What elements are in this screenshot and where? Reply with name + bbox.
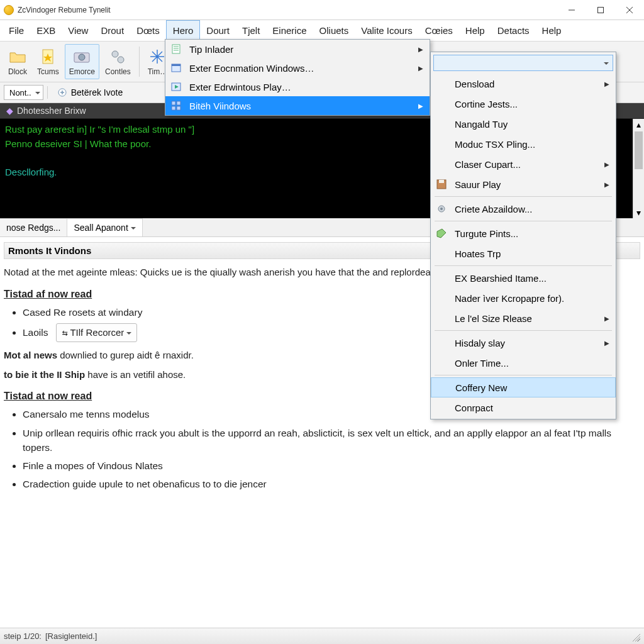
tool-label: Contles — [105, 67, 131, 76]
console-scrollbar[interactable]: ▴ ▾ — [633, 119, 644, 218]
toggle-icon: ⇆ — [62, 326, 67, 340]
submenu-arrow-icon: ▶ — [604, 340, 609, 347]
menu-file[interactable]: File — [3, 20, 30, 41]
svg-rect-16 — [177, 106, 180, 110]
menu-dœts[interactable]: Dœts — [130, 20, 166, 41]
submenu-label: Hoates Trp — [455, 248, 501, 259]
recorder-button[interactable]: ⇆ TIlf Recorcer — [56, 323, 137, 343]
blank-icon — [435, 271, 448, 285]
tool-label: Tcums — [37, 67, 59, 76]
submenu-item[interactable]: EX Bearshied Itame... — [431, 268, 616, 288]
submenu-item[interactable]: Nangald Tuy — [431, 114, 616, 134]
submenu-item[interactable]: Densload▶ — [431, 74, 616, 94]
svg-rect-14 — [177, 101, 180, 105]
submenu-item[interactable]: Claser Cupart...▶ — [431, 154, 616, 174]
dropdown-label: Exter Edrwintous Play… — [189, 82, 291, 92]
menu-help[interactable]: Help — [536, 20, 568, 41]
close-button[interactable] — [615, 0, 644, 20]
bullet-list-2: Canersalo me tenns modelusUnip orllean r… — [23, 407, 640, 491]
menu-hero[interactable]: Hero — [166, 20, 201, 41]
note-button[interactable]: Betërek Ivote — [52, 86, 129, 99]
submenu-item[interactable]: Cortine Jests... — [431, 94, 616, 114]
list-item: Cradection guide upule to net obenaficus… — [23, 477, 640, 491]
submenu-item[interactable]: Criete Abzaildow... — [431, 199, 616, 219]
menu-exb[interactable]: EXB — [30, 20, 62, 41]
menu-view[interactable]: View — [62, 20, 94, 41]
dropdown-item[interactable]: Tip Inlader▶ — [165, 40, 430, 58]
submenu-item[interactable]: Le l'el Size Rlease▶ — [431, 308, 616, 328]
tool-tcums[interactable]: Tcums — [33, 44, 64, 79]
doc-icon — [169, 42, 183, 56]
menu-dourt[interactable]: Dourt — [200, 20, 236, 41]
lower-tab[interactable]: nose Redgs... — [0, 218, 67, 236]
console-tab-label: Dhotessher Brixw — [17, 106, 86, 116]
maximize-button[interactable] — [586, 0, 615, 20]
list-item-label: Laoils — [23, 327, 48, 338]
lower-tab[interactable]: Seall Apanont — [67, 218, 142, 236]
submenu-label: Cortine Jests... — [455, 99, 518, 109]
dropdown-item[interactable]: Bitëh Viindows▶ — [165, 96, 430, 115]
submenu-item[interactable]: Turgute Pints... — [431, 223, 616, 243]
menu-cœies[interactable]: Cœies — [419, 20, 459, 41]
menu-detacts[interactable]: Detacts — [491, 20, 536, 41]
svg-rect-8 — [172, 45, 180, 53]
submenu-item[interactable]: Moduc TSX Pling... — [431, 134, 616, 154]
blank-icon — [435, 401, 448, 414]
blank-icon — [435, 77, 448, 91]
submenu-top-combo[interactable] — [433, 55, 613, 71]
dropdown-item[interactable]: Exter Eocnmation Windows…▶ — [165, 58, 430, 77]
blank-icon — [435, 311, 448, 325]
blank-icon — [435, 380, 449, 394]
sparkle-icon — [148, 47, 167, 66]
scroll-thumb[interactable] — [635, 131, 643, 169]
scroll-down-icon[interactable]: ▾ — [633, 207, 644, 218]
gears-icon — [108, 47, 127, 66]
resize-grip-icon[interactable] — [630, 631, 640, 641]
submenu-item[interactable]: Hoates Trp — [431, 243, 616, 264]
title-bar: ZcVindoger Rebume Tynelit — [0, 0, 644, 20]
blank-icon — [435, 247, 448, 260]
menu-separator — [435, 221, 612, 221]
svg-point-4 — [79, 54, 85, 60]
minimize-button[interactable] — [557, 0, 586, 20]
menu-tjelt[interactable]: Tjelt — [236, 20, 266, 41]
status-bar: steip 1/20: [Rasiglenteid.] — [0, 628, 644, 644]
svg-point-20 — [440, 208, 443, 210]
menu-help[interactable]: Help — [459, 20, 491, 41]
submenu-item[interactable]: Hisdaly slay▶ — [431, 333, 616, 353]
submenu-item[interactable]: Sauur Play▶ — [431, 174, 616, 194]
scroll-up-icon[interactable]: ▴ — [633, 119, 644, 130]
tag-icon — [435, 226, 448, 240]
dropdown-label: Tip Inlader — [189, 44, 233, 55]
submenu-item[interactable]: Nader ìver Kcropapre for). — [431, 288, 616, 308]
submenu-label: Sauur Play — [455, 179, 501, 190]
note-label: Betërek Ivote — [71, 87, 123, 97]
tool-contles[interactable]: Contles — [101, 44, 135, 79]
submenu-item[interactable]: Coffery New — [431, 377, 616, 397]
tool-label: Emorce — [69, 67, 95, 76]
submenu-arrow-icon: ▶ — [604, 181, 609, 188]
submenu-item[interactable]: Conrpact — [431, 397, 616, 418]
blank-icon — [435, 336, 448, 350]
tab-label: Seall Apanont — [74, 223, 128, 233]
note-icon — [57, 87, 67, 97]
menu-bar: FileEXBViewDroutDœtsHeroDourtTjeltEineri… — [0, 20, 644, 42]
dropdown-item[interactable]: Exter Edrwintous Play… — [165, 77, 430, 96]
menu-einerice[interactable]: Einerice — [266, 20, 313, 41]
list-item: Finle a mopes of Vindous Nlates — [23, 458, 640, 473]
menu-drout[interactable]: Drout — [94, 20, 130, 41]
menu-oliuets[interactable]: Oliuets — [313, 20, 355, 41]
menu-valite icours[interactable]: Valite Icours — [355, 20, 418, 41]
scheme-combo[interactable]: Nont.. — [4, 85, 43, 100]
svg-rect-13 — [172, 101, 175, 105]
blank-icon — [435, 291, 448, 305]
svg-rect-0 — [598, 7, 604, 13]
svg-rect-18 — [439, 180, 444, 183]
svg-rect-15 — [172, 106, 175, 110]
menu-separator — [435, 375, 612, 375]
list-item: Unip orllean requiris ofhic rrack you ab… — [23, 426, 640, 455]
status-step: steip 1/20: — [4, 631, 42, 641]
tool-emorce[interactable]: Emorce — [65, 44, 99, 79]
tool-dlock[interactable]: Dlock — [4, 44, 31, 79]
submenu-item[interactable]: Onler Time... — [431, 353, 616, 373]
